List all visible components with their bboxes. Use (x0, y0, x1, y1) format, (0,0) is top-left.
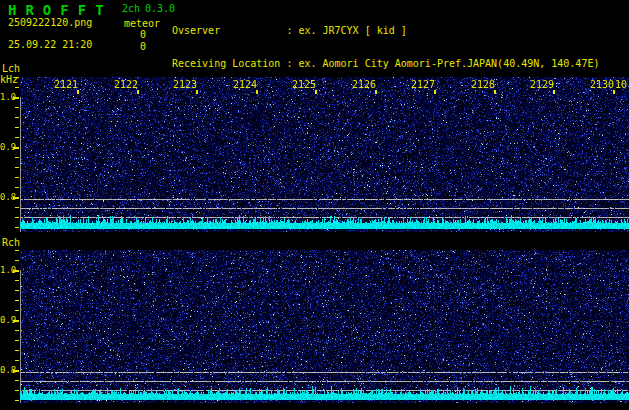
time-tick-label: 2127 (409, 79, 435, 90)
freq-minor-tick (15, 310, 19, 311)
time-tick (553, 90, 555, 94)
freq-minor-tick (15, 87, 19, 88)
time-tick-label: 2121 (52, 79, 78, 90)
time-tick-label: 2124 (231, 79, 257, 90)
freq-tick-label: 1.0 (0, 92, 16, 102)
time-tick (137, 90, 139, 94)
freq-minor-tick (15, 400, 19, 401)
lch-panel-label: Lch (2, 63, 20, 74)
time-tick (315, 90, 317, 94)
freq-minor-tick (15, 300, 19, 301)
freq-minor-tick (15, 187, 19, 188)
time-tick-label: 2122 (112, 79, 138, 90)
freq-minor-tick (15, 157, 19, 158)
rch-spectrogram-canvas (20, 250, 629, 403)
freq-minor-tick (15, 380, 19, 381)
freq-tick-label: 0.8 (0, 365, 16, 375)
freq-unit-label: kHz (0, 74, 18, 85)
time-tick (256, 90, 258, 94)
time-tick-label: 2130 (588, 79, 614, 90)
freq-minor-tick (15, 390, 19, 391)
clipped-time-label-fragment: 10 (615, 79, 627, 90)
lch-spectrogram-canvas (20, 77, 629, 232)
freq-minor-tick (15, 207, 19, 208)
freq-tick-label: 0.9 (0, 315, 16, 325)
freq-minor-tick (15, 227, 19, 228)
spectrogram-area: Lch kHz Rch 1.00.90.82121212221232124212… (0, 0, 629, 410)
freq-minor-tick (15, 137, 19, 138)
freq-minor-tick (15, 340, 19, 341)
time-tick (77, 90, 79, 94)
freq-minor-tick (15, 260, 19, 261)
freq-minor-tick (15, 280, 19, 281)
freq-minor-tick (15, 360, 19, 361)
hrofft-app: { "app": { "title": "HROFFT", "channel_m… (0, 0, 629, 410)
freq-tick-label: 0.9 (0, 142, 16, 152)
freq-minor-tick (15, 217, 19, 218)
freq-minor-tick (15, 290, 19, 291)
time-tick-label: 2129 (528, 79, 554, 90)
freq-minor-tick (15, 77, 19, 78)
time-tick (494, 90, 496, 94)
app-window: HROFFT 2ch 0.3.0 2509222120.png meteor 0… (0, 0, 629, 410)
time-tick-label: 2125 (290, 79, 316, 90)
time-tick-label: 2128 (469, 79, 495, 90)
freq-tick-label: 0.8 (0, 192, 16, 202)
freq-minor-tick (15, 250, 19, 251)
time-tick (434, 90, 436, 94)
rch-panel-label: Rch (2, 237, 20, 248)
freq-minor-tick (15, 127, 19, 128)
freq-minor-tick (15, 330, 19, 331)
freq-minor-tick (15, 177, 19, 178)
freq-minor-tick (15, 350, 19, 351)
freq-minor-tick (15, 167, 19, 168)
time-tick-label: 2126 (350, 79, 376, 90)
time-tick (613, 90, 615, 94)
freq-minor-tick (15, 117, 19, 118)
time-tick-label: 2123 (171, 79, 197, 90)
time-tick (375, 90, 377, 94)
freq-tick-label: 1.0 (0, 265, 16, 275)
freq-minor-tick (15, 107, 19, 108)
time-tick (196, 90, 198, 94)
